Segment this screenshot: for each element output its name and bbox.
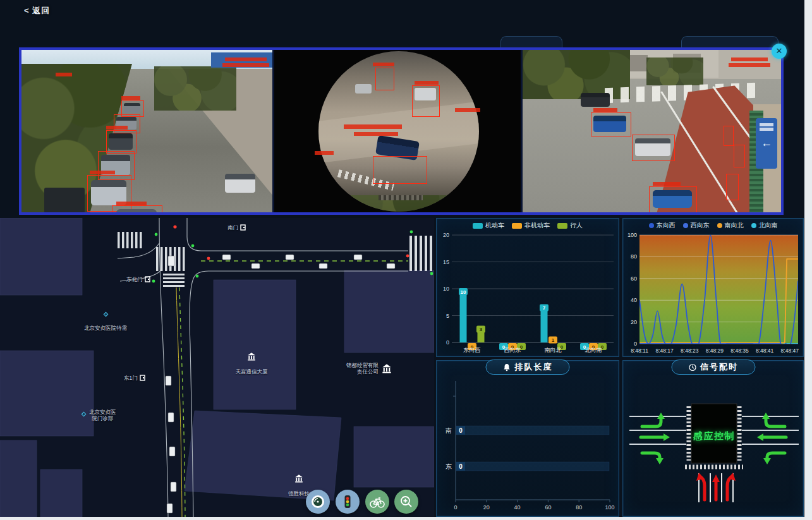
building-icon	[294, 474, 303, 483]
diamond-icon	[81, 411, 87, 417]
queue-bar-track	[456, 426, 609, 435]
legend-label: 西向东	[691, 221, 710, 230]
legend-label: 机动车	[485, 221, 504, 230]
x-axis-tick-label: 40	[514, 504, 521, 511]
bar-chart-svg: 051015201003东向西000西向东710南向北000北向南	[437, 219, 619, 356]
legend-swatch	[751, 223, 756, 228]
queue-title-tab: 排队长度	[486, 360, 570, 375]
legend-item[interactable]: 非机动车	[512, 221, 550, 230]
map-label-northeast-gate: 东北门	[126, 276, 150, 282]
map-button-cctv[interactable]	[306, 490, 330, 514]
vehicle	[225, 174, 255, 193]
back-button[interactable]: < 返回	[24, 5, 50, 16]
category-label: 东向西	[463, 347, 481, 353]
map-button-traffic-light[interactable]	[336, 490, 360, 514]
legend-item[interactable]: 南向北	[717, 221, 744, 230]
queue-bar-track	[456, 462, 609, 471]
trees	[646, 57, 703, 85]
x-axis-tick-label: 100	[605, 504, 614, 511]
bar-value-label: 1	[552, 337, 555, 343]
panel-queue-length: 排队长度 020406080100南0东0	[436, 360, 619, 517]
bicycle-icon	[368, 493, 386, 511]
bell-icon	[503, 363, 511, 372]
map-label-hospital-special: 北京安贞医院特需	[71, 305, 140, 331]
panel-signal-timing: 信号配时 感应控制	[622, 360, 804, 517]
legend-item[interactable]: 东向西	[649, 221, 676, 230]
queue-category-label: 东	[445, 463, 452, 470]
x-axis-tick-label: 8:48:35	[730, 348, 749, 354]
vehicle	[44, 188, 85, 212]
panel-direction-line-chart: 东向西西向东南向北北向南 0204060801008:48:118:48:178…	[622, 218, 804, 357]
line-chart-legend: 东向西西向东南向北北向南	[623, 221, 803, 230]
red-phase-arrows	[696, 473, 736, 500]
map-label-clinic: 北京安贞医院门诊部	[81, 409, 116, 421]
legend-swatch	[512, 223, 522, 229]
legend-item[interactable]: 机动车	[473, 221, 504, 230]
hidden-panel-tab	[500, 36, 562, 48]
close-icon: ✕	[776, 46, 783, 56]
control-mode-label: 感应控制	[693, 430, 735, 441]
x-axis-tick-label: 0	[454, 504, 457, 511]
gate-icon	[140, 375, 145, 381]
camera-feed-center	[274, 50, 521, 212]
map-button-bicycle[interactable]	[365, 490, 389, 514]
y-axis-tick-label: 0	[446, 339, 449, 346]
x-axis-tick-label: 60	[545, 504, 551, 511]
hidden-panel-tab	[681, 36, 779, 48]
camera-feed-right: ←	[523, 50, 781, 212]
category-label: 西向东	[504, 347, 521, 353]
queue-value-label: 0	[459, 427, 463, 434]
map-label-tower: 天宫通信大厦	[222, 346, 281, 375]
category-label: 北向南	[585, 347, 602, 353]
video-strip: ✕	[19, 47, 784, 215]
x-axis-tick-label: 8:48:17	[655, 348, 674, 354]
vehicle	[581, 93, 610, 107]
fisheye-lens	[318, 51, 479, 212]
signal-diagram-svg: 感应控制	[623, 375, 803, 516]
y-axis-tick-label: 5	[446, 313, 449, 319]
map-button-zoom-in[interactable]	[394, 490, 418, 514]
line-chart-svg: 0204060801008:48:118:48:178:48:238:48:29…	[623, 219, 803, 356]
y-axis-tick-label: 40	[631, 297, 637, 303]
page-edge-bottom	[0, 517, 812, 520]
category-label: 南向北	[545, 347, 562, 353]
bar	[460, 289, 467, 342]
y-axis-tick-label: 100	[627, 232, 637, 238]
x-axis-tick-label: 20	[483, 504, 490, 511]
y-axis-tick-label: 15	[443, 259, 449, 265]
legend-item[interactable]: 北向南	[751, 221, 778, 230]
intersection-controller-chip: 感应控制	[685, 404, 743, 467]
map-label-south-gate: 南门	[227, 224, 246, 231]
gate-icon	[240, 224, 246, 231]
magnifier-plus-icon	[398, 493, 415, 510]
map-label-company: 锦都经贸有限责任公司	[346, 362, 392, 375]
y-axis-tick-label: 60	[631, 275, 637, 282]
map-panel[interactable]: 南门 东北门 北京安贞医院特需 东1门 天宫通信大厦 锦都经贸有限责任公司 北京…	[0, 218, 434, 517]
legend-swatch	[649, 223, 654, 228]
legend-item[interactable]: 行人	[557, 221, 583, 230]
queue-chart-svg: 020406080100南0东0	[437, 375, 619, 516]
x-axis-tick-label: 8:48:23	[681, 348, 699, 354]
vehicle	[355, 84, 372, 94]
signal-title-tab: 信号配时	[671, 360, 755, 375]
bar-value-label: 10	[461, 289, 466, 295]
y-axis-tick-label: 20	[443, 232, 449, 238]
close-button[interactable]: ✕	[772, 44, 787, 59]
legend-label: 非机动车	[524, 221, 550, 230]
legend-swatch	[473, 223, 483, 229]
building-icon	[247, 352, 256, 361]
x-axis-tick-label: 8:48:11	[631, 348, 648, 354]
y-axis-tick-label: 20	[631, 319, 637, 325]
legend-label: 东向西	[657, 221, 676, 230]
x-axis-tick-label: 8:48:29	[706, 348, 724, 354]
queue-value-label: 0	[459, 463, 463, 470]
traffic-light-icon	[339, 493, 356, 510]
legend-label: 行人	[570, 221, 583, 230]
gate-icon	[145, 276, 150, 282]
y-axis-tick-label: 0	[634, 341, 637, 347]
bar-chart-legend: 机动车非机动车行人	[437, 221, 619, 230]
legend-item[interactable]: 西向东	[683, 221, 710, 230]
y-axis-tick-label: 10	[443, 286, 449, 292]
trees	[154, 66, 236, 111]
legend-swatch	[717, 223, 722, 228]
